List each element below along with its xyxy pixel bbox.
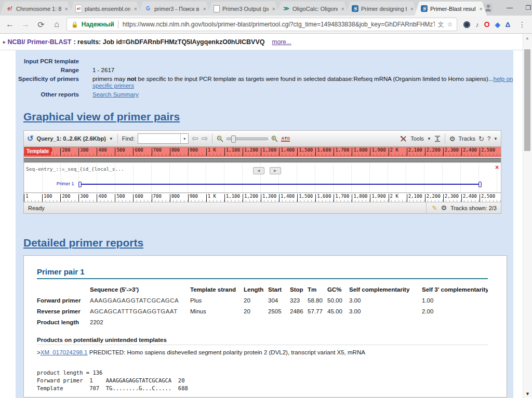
- browser-menu-icon[interactable]: ⋮: [516, 20, 528, 29]
- address-bar: ← → ⟳ ⌂ 🔒 Надежный | https://www.ncbi.nl…: [0, 16, 532, 34]
- ensembl-tab-icon: e!: [6, 5, 14, 12]
- oligocalc-tab-icon: ≫: [283, 5, 290, 12]
- page-prev-icon[interactable]: ◀: [253, 167, 264, 174]
- table-cell: 3.00: [349, 308, 422, 314]
- scroll-up-icon[interactable]: ▲: [525, 36, 529, 40]
- primer-pair-title: Primer pair 1: [37, 267, 488, 279]
- detailed-reports-heading: Detailed primer reports: [23, 237, 513, 249]
- browser-tab[interactable]: SPrimer-Blast result×: [415, 2, 487, 16]
- chevron-down-icon[interactable]: ▼: [427, 136, 431, 141]
- chevron-down-icon[interactable]: ▼: [494, 136, 498, 141]
- table-cell: [190, 319, 244, 325]
- other-reports-label: Other reports: [16, 91, 79, 98]
- window-controls: — ❐ ✕: [484, 0, 532, 16]
- undo-icon[interactable]: ↺: [27, 134, 34, 143]
- browser-tab[interactable]: Primer3 Output (pr×: [207, 2, 280, 16]
- table-row-label: Product length: [37, 319, 90, 325]
- gear-icon[interactable]: ⚙: [441, 204, 447, 212]
- back-icon[interactable]: ←: [4, 20, 16, 29]
- tab-label: Primer3 Output (pr: [222, 6, 269, 12]
- results-content: Input PCR template Range 1 - 2617 Specif…: [16, 50, 513, 398]
- more-link[interactable]: more...: [272, 38, 291, 46]
- tab-close-icon[interactable]: ×: [202, 6, 207, 12]
- search-summary-link[interactable]: Search Summary: [92, 91, 139, 98]
- pan-right-icon[interactable]: ⇨: [202, 134, 208, 143]
- tab-close-icon[interactable]: ×: [409, 6, 415, 12]
- url-text[interactable]: https://www.ncbi.nlm.nih.gov/tools/prime…: [123, 21, 435, 28]
- bookmark-star-icon[interactable]: ☆: [447, 21, 453, 28]
- zoom-slider[interactable]: [227, 138, 268, 140]
- job-id-text: : results: Job id=GhDFARnbFHMzTQ5IAygqen…: [73, 38, 264, 46]
- url-separator: |: [117, 20, 119, 29]
- translate-icon[interactable]: 文: [438, 20, 444, 29]
- extension-note-icon[interactable]: ♪: [475, 21, 479, 29]
- tab-close-icon[interactable]: ×: [271, 6, 276, 12]
- find-dropdown-icon[interactable]: ▼: [180, 134, 188, 143]
- table-cell: AGCAGCATTTGGAGGTGAAT: [90, 308, 190, 314]
- tab-close-icon[interactable]: ×: [340, 6, 345, 12]
- ncbi-tab-icon: S: [352, 5, 358, 12]
- browser-tab[interactable]: e!plants.ensembl.org×: [69, 2, 141, 16]
- summary-section: Input PCR template Range 1 - 2617 Specif…: [16, 50, 513, 98]
- refresh-icon[interactable]: ↻: [478, 135, 484, 143]
- browser-tab[interactable]: e!Chromosome 1: 81×: [0, 2, 72, 16]
- scroll-down-icon[interactable]: ▼: [525, 391, 530, 396]
- range-label: Range: [16, 67, 79, 74]
- accession-link[interactable]: XM_017024298.1: [41, 349, 88, 355]
- pencil-icon[interactable]: ✎: [432, 204, 437, 212]
- track-area: Seq-entry_::=_seq_{id_{local_s... ◀ ▶ ✕ …: [24, 163, 501, 193]
- lock-icon[interactable]: 🔒: [71, 21, 78, 28]
- tab-close-icon[interactable]: ×: [478, 6, 484, 12]
- primer1-line[interactable]: [79, 184, 481, 185]
- zoom-in-icon[interactable]: [271, 135, 278, 142]
- minimize-button[interactable]: —: [501, 1, 518, 15]
- scrollbar-thumb[interactable]: [524, 49, 530, 151]
- extension-delta-icon[interactable]: Δ: [506, 21, 510, 29]
- extension-diamond-icon[interactable]: ◆: [495, 21, 500, 29]
- pan-left-icon[interactable]: ⇦: [192, 134, 198, 143]
- tools-icon[interactable]: [400, 135, 407, 142]
- toolbar-divider: [445, 134, 445, 143]
- chevron-down-icon[interactable]: ▼: [109, 136, 113, 141]
- zoom-out-icon[interactable]: [217, 135, 223, 142]
- browser-tab[interactable]: ≫OligoCalc: Oligonu×: [276, 2, 349, 16]
- zoom-slider-thumb[interactable]: [231, 135, 236, 143]
- browser-tab[interactable]: SPrimer designing t×: [345, 2, 418, 16]
- ncbi-primer-blast-link[interactable]: NCBI/ Primer-BLAST: [8, 38, 72, 46]
- maximize-button[interactable]: ❐: [520, 1, 532, 15]
- home-icon[interactable]: ⌂: [51, 20, 62, 29]
- template-sequence-bar[interactable]: [24, 158, 501, 162]
- specificity-value: primers may not be specific to the input…: [92, 76, 513, 89]
- help-label[interactable]: ?: [487, 135, 490, 142]
- tab-close-icon[interactable]: ×: [133, 6, 138, 12]
- browser-tab[interactable]: Gprimer3 - Поиск в×: [138, 2, 210, 16]
- tab-close-icon[interactable]: ×: [64, 6, 69, 12]
- viewer-toolbar: ↺ Query_1: 0..2.6K (2.6Kbp) ▼ Find: ▼ ⇦ …: [24, 131, 501, 147]
- find-input[interactable]: ▼: [138, 133, 189, 144]
- tracks-label[interactable]: Tracks: [458, 135, 475, 142]
- specificity-label: Specificity of primers: [16, 76, 79, 89]
- gear-icon[interactable]: ⚙: [449, 135, 456, 143]
- extension-circle-icon[interactable]: [463, 21, 470, 28]
- page-next-icon[interactable]: ▶: [270, 167, 281, 174]
- unintended-product: >XM_017024298.1 PREDICTED: Homo sapiens …: [37, 349, 507, 355]
- table-cell: 20: [244, 297, 268, 304]
- reload-icon[interactable]: ⟳: [35, 20, 47, 30]
- query-selector[interactable]: Query_1: 0..2.6K (2.6Kbp): [37, 135, 106, 142]
- table-header-cell: Self 3' complementarity: [422, 286, 488, 293]
- pin-panel-icon[interactable]: [434, 135, 441, 142]
- opera-extension-icon[interactable]: O: [484, 20, 490, 29]
- table-cell: 2505: [268, 308, 290, 314]
- table-header-cell: Length: [244, 286, 268, 293]
- table-cell: 3.00: [349, 297, 422, 304]
- forward-icon[interactable]: →: [20, 20, 31, 29]
- template-ruler-top: Template 1002003004005006007008009001 K1…: [24, 147, 501, 157]
- close-track-icon[interactable]: ✕: [495, 164, 499, 170]
- atg-orf-icon[interactable]: ATG: [281, 136, 290, 142]
- url-field[interactable]: 🔒 Надежный | https://www.ncbi.nlm.nih.go…: [66, 18, 457, 31]
- toolbar-divider: [212, 134, 212, 143]
- security-label[interactable]: Надежный: [82, 21, 114, 28]
- page-scrollbar[interactable]: ▲ ▼: [523, 34, 532, 398]
- unintended-heading: Products on potentially unintended templ…: [37, 337, 488, 345]
- tools-label[interactable]: Tools: [410, 135, 424, 142]
